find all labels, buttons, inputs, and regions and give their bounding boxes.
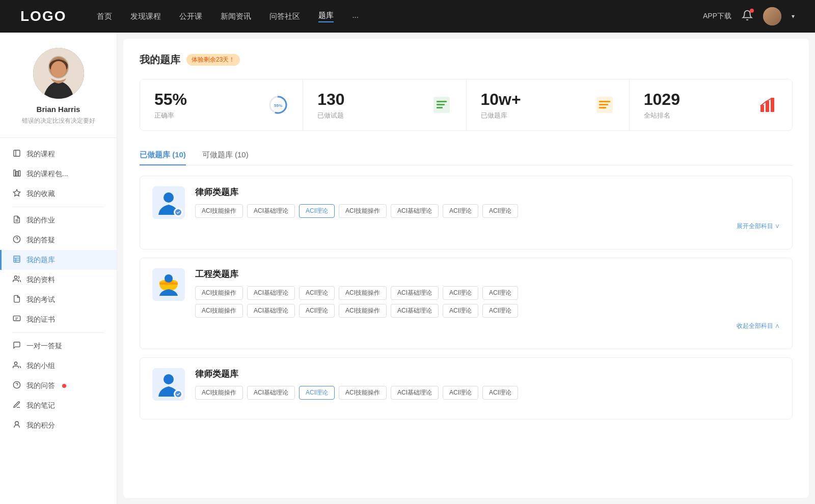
- svg-point-18: [14, 276, 17, 278]
- tag[interactable]: ACI技能操作: [339, 286, 387, 300]
- stat-site-rank-value: 1029: [644, 90, 680, 109]
- nav-opencourse[interactable]: 公开课: [179, 12, 202, 21]
- tag[interactable]: ACI基础理论: [247, 204, 295, 218]
- sidebar-item-my-qbank[interactable]: 我的题库: [0, 250, 117, 270]
- tabs: 已做题库 (10) 可做题库 (10): [140, 145, 793, 165]
- svg-point-45: [165, 274, 173, 283]
- app-download-button[interactable]: APP下载: [703, 12, 731, 21]
- tag[interactable]: ACI理论: [482, 386, 518, 400]
- tag-active[interactable]: ACI理论: [299, 204, 335, 218]
- sidebar-item-my-group[interactable]: 我的小组: [0, 356, 117, 376]
- sidebar-item-my-exam[interactable]: 我的考试: [0, 290, 117, 310]
- sidebar-divider-1: [12, 207, 104, 207]
- user-menu-chevron[interactable]: ▾: [792, 13, 795, 20]
- sidebar-item-my-notes[interactable]: 我的笔记: [0, 396, 117, 415]
- tag[interactable]: ACI理论: [482, 304, 518, 318]
- sidebar-item-my-courses[interactable]: 我的课程: [0, 144, 117, 164]
- profile-avatar: [33, 48, 84, 99]
- stat-done-qbanks-label: 已做题库: [481, 111, 521, 120]
- nav-home[interactable]: 首页: [97, 12, 112, 21]
- tab-done-qbanks[interactable]: 已做题库 (10): [140, 145, 186, 165]
- sidebar-item-course-packages[interactable]: 我的课程包...: [0, 164, 117, 184]
- tag[interactable]: ACI基础理论: [247, 386, 295, 400]
- tag[interactable]: ACI技能操作: [195, 386, 243, 400]
- nav-discover[interactable]: 发现课程: [130, 12, 161, 21]
- svg-rect-7: [16, 172, 18, 176]
- sidebar-label: 我的答疑: [26, 236, 55, 245]
- tag[interactable]: ACI技能操作: [339, 386, 387, 400]
- svg-rect-33: [599, 104, 608, 105]
- tag[interactable]: ACI理论: [482, 286, 518, 300]
- sidebar-item-my-points[interactable]: 我的积分: [0, 415, 117, 435]
- sidebar-item-1on1-qa[interactable]: 一对一答疑: [0, 336, 117, 356]
- my-questions-icon: [12, 381, 21, 390]
- sidebar-label: 我的问答: [26, 381, 55, 390]
- tag[interactable]: ACI基础理论: [247, 304, 295, 318]
- site-rank-icon: [757, 95, 778, 115]
- tag[interactable]: ACI理论: [482, 204, 518, 218]
- nav-qbank[interactable]: 题库: [318, 11, 334, 22]
- svg-marker-9: [13, 189, 20, 196]
- accuracy-icon: 55%: [268, 95, 288, 115]
- tag[interactable]: ACI基础理论: [391, 286, 439, 300]
- tag[interactable]: ACI技能操作: [339, 304, 387, 318]
- sidebar-item-my-questions[interactable]: 我的问答: [0, 376, 117, 396]
- qbank-avatar-3: [152, 368, 185, 401]
- tag[interactable]: ACI理论: [443, 386, 478, 400]
- svg-rect-19: [13, 316, 20, 321]
- expand-link-1[interactable]: 展开全部科目 ∨: [195, 222, 780, 231]
- 1on1-qa-icon: [12, 341, 21, 351]
- notification-bell[interactable]: [742, 10, 753, 23]
- sidebar-divider-2: [12, 332, 104, 333]
- sidebar-item-favorites[interactable]: 我的收藏: [0, 184, 117, 204]
- tag[interactable]: ACI理论: [443, 304, 478, 318]
- svg-rect-34: [599, 107, 606, 108]
- sidebar-profile: Brian Harris 错误的决定比没有决定要好: [0, 48, 117, 138]
- tag[interactable]: ACI理论: [443, 204, 478, 218]
- tag[interactable]: ACI理论: [299, 304, 335, 318]
- navbar-nav: 首页 发现课程 公开课 新闻资讯 问答社区 题库 ···: [97, 11, 703, 22]
- page-header: 我的题库 体验剩余23天！: [140, 53, 793, 67]
- done-questions-icon: [431, 95, 452, 115]
- sidebar-label: 我的积分: [26, 421, 55, 430]
- tag[interactable]: ACI基础理论: [391, 204, 439, 218]
- tag[interactable]: ACI理论: [299, 286, 335, 300]
- tab-available-qbanks[interactable]: 可做题库 (10): [202, 145, 249, 165]
- nav-more[interactable]: ···: [352, 12, 359, 21]
- user-avatar[interactable]: [763, 7, 781, 25]
- svg-rect-28: [437, 101, 447, 102]
- nav-news[interactable]: 新闻资讯: [221, 12, 251, 21]
- tag-active[interactable]: ACI理论: [299, 386, 335, 400]
- navbar-right: APP下载 ▾: [703, 7, 795, 25]
- sidebar-item-my-data[interactable]: 我的资料: [0, 270, 117, 290]
- tag[interactable]: ACI技能操作: [195, 204, 243, 218]
- tag[interactable]: ACI技能操作: [195, 304, 243, 318]
- homework-icon: [12, 215, 21, 225]
- tag[interactable]: ACI技能操作: [195, 286, 243, 300]
- nav-qa[interactable]: 问答社区: [269, 12, 300, 21]
- profile-motto: 错误的决定比没有决定要好: [22, 117, 95, 125]
- stat-done-questions: 130 已做试题: [303, 79, 466, 130]
- my-notes-icon: [12, 401, 21, 410]
- sidebar-item-my-qa[interactable]: 我的答疑: [0, 230, 117, 250]
- tag[interactable]: ACI理论: [443, 286, 478, 300]
- tag[interactable]: ACI基础理论: [391, 304, 439, 318]
- tag[interactable]: ACI基础理论: [247, 286, 295, 300]
- sidebar-label: 我的收藏: [26, 189, 55, 199]
- sidebar: Brian Harris 错误的决定比没有决定要好 我的课程 我的课程包...: [0, 33, 117, 504]
- qbank-title-3: 律师类题库: [195, 368, 780, 380]
- qbank-title-1: 律师类题库: [195, 186, 780, 198]
- sidebar-label: 一对一答疑: [26, 342, 62, 351]
- tag[interactable]: ACI技能操作: [339, 204, 387, 218]
- my-cert-icon: [12, 315, 21, 324]
- collapse-link-2[interactable]: 收起全部科目 ∧: [195, 322, 780, 330]
- sidebar-nav: 我的课程 我的课程包... 我的收藏 我的作业: [0, 138, 117, 441]
- svg-point-23: [15, 422, 19, 425]
- stat-site-rank-label: 全站排名: [644, 111, 680, 120]
- tag[interactable]: ACI基础理论: [391, 386, 439, 400]
- sidebar-item-my-cert[interactable]: 我的证书: [0, 310, 117, 329]
- qbank-card-3: 律师类题库 ACI技能操作 ACI基础理论 ACI理论 ACI技能操作 ACI基…: [140, 357, 793, 419]
- sidebar-item-homework[interactable]: 我的作业: [0, 210, 117, 230]
- svg-point-39: [164, 192, 174, 203]
- stat-done-qbanks: 10w+ 已做题库: [467, 79, 630, 130]
